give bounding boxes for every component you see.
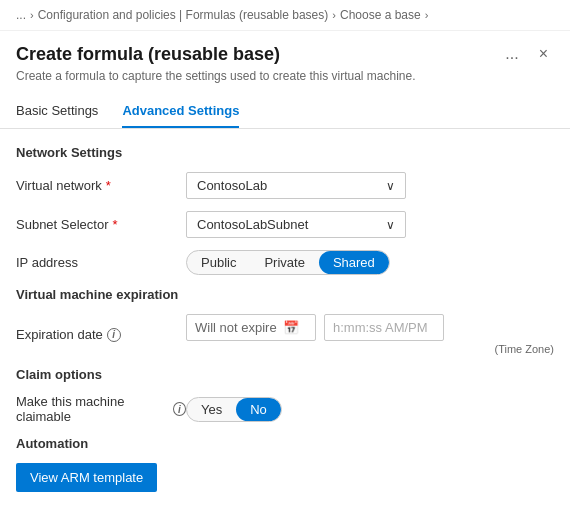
claim-section: Claim options Make this machine claimabl… — [16, 367, 554, 424]
panel-dots-menu[interactable]: ... — [499, 43, 524, 65]
claimable-control: Yes No — [186, 397, 554, 422]
subnet-selector-dropdown[interactable]: ContosoLabSubnet ∨ — [186, 211, 406, 238]
expiration-time-input[interactable]: h:mm:ss AM/PM — [324, 314, 444, 341]
subnet-selector-row: Subnet Selector * ContosoLabSubnet ∨ — [16, 211, 554, 238]
breadcrumb: ... › Configuration and policies | Formu… — [0, 0, 570, 31]
virtual-network-dropdown[interactable]: ContosoLab ∨ — [186, 172, 406, 199]
ip-private-option[interactable]: Private — [250, 251, 318, 274]
subnet-chevron-icon: ∨ — [386, 218, 395, 232]
content-area: Network Settings Virtual network * Conto… — [0, 129, 570, 518]
subnet-selector-label: Subnet Selector * — [16, 217, 186, 232]
ip-address-label: IP address — [16, 255, 186, 270]
calendar-icon: 📅 — [283, 320, 299, 335]
claimable-info-icon[interactable]: i — [173, 402, 186, 416]
breadcrumb-item-2[interactable]: Choose a base — [340, 8, 421, 22]
ip-address-toggle-group: Public Private Shared — [186, 250, 390, 275]
automation-section: Automation View ARM template — [16, 436, 554, 492]
claim-options-title: Claim options — [16, 367, 554, 382]
expiration-date-input[interactable]: Will not expire 📅 — [186, 314, 316, 341]
subnet-required: * — [113, 217, 118, 232]
ip-address-row: IP address Public Private Shared — [16, 250, 554, 275]
expiration-date-label: Expiration date i — [16, 327, 186, 342]
virtual-network-label: Virtual network * — [16, 178, 186, 193]
expiration-title: Virtual machine expiration — [16, 287, 554, 302]
ip-shared-option[interactable]: Shared — [319, 251, 389, 274]
tab-basic-settings[interactable]: Basic Settings — [16, 103, 98, 128]
panel-close-button[interactable]: × — [533, 43, 554, 65]
claimable-no-option[interactable]: No — [236, 398, 281, 421]
panel-header: Create formula (reusable base) ... × Cre… — [0, 31, 570, 83]
expiration-section: Virtual machine expiration Expiration da… — [16, 287, 554, 355]
panel-subtitle: Create a formula to capture the settings… — [16, 69, 554, 83]
virtual-network-row: Virtual network * ContosoLab ∨ — [16, 172, 554, 199]
panel-title-actions: ... × — [499, 43, 554, 65]
claimable-label: Make this machine claimable i — [16, 394, 186, 424]
breadcrumb-dots: ... — [16, 8, 26, 22]
expiration-controls: Will not expire 📅 h:mm:ss AM/PM (Time Zo… — [186, 314, 554, 355]
claimable-toggle-group: Yes No — [186, 397, 282, 422]
tabs-bar: Basic Settings Advanced Settings — [0, 91, 570, 129]
view-arm-template-button[interactable]: View ARM template — [16, 463, 157, 492]
claimable-yes-option[interactable]: Yes — [187, 398, 236, 421]
virtual-network-control: ContosoLab ∨ — [186, 172, 554, 199]
ip-address-control: Public Private Shared — [186, 250, 554, 275]
expiration-date-row: Expiration date i Will not expire 📅 h:mm… — [16, 314, 554, 355]
expiration-info-icon[interactable]: i — [107, 328, 121, 342]
timezone-label: (Time Zone) — [495, 343, 555, 355]
subnet-selector-control: ContosoLabSubnet ∨ — [186, 211, 554, 238]
virtual-network-chevron-icon: ∨ — [386, 179, 395, 193]
claimable-row: Make this machine claimable i Yes No — [16, 394, 554, 424]
tab-advanced-settings[interactable]: Advanced Settings — [122, 103, 239, 128]
network-settings-title: Network Settings — [16, 145, 554, 160]
ip-public-option[interactable]: Public — [187, 251, 250, 274]
virtual-network-required: * — [106, 178, 111, 193]
automation-title: Automation — [16, 436, 554, 451]
breadcrumb-item-1[interactable]: Configuration and policies | Formulas (r… — [38, 8, 329, 22]
panel-title: Create formula (reusable base) — [16, 44, 280, 65]
